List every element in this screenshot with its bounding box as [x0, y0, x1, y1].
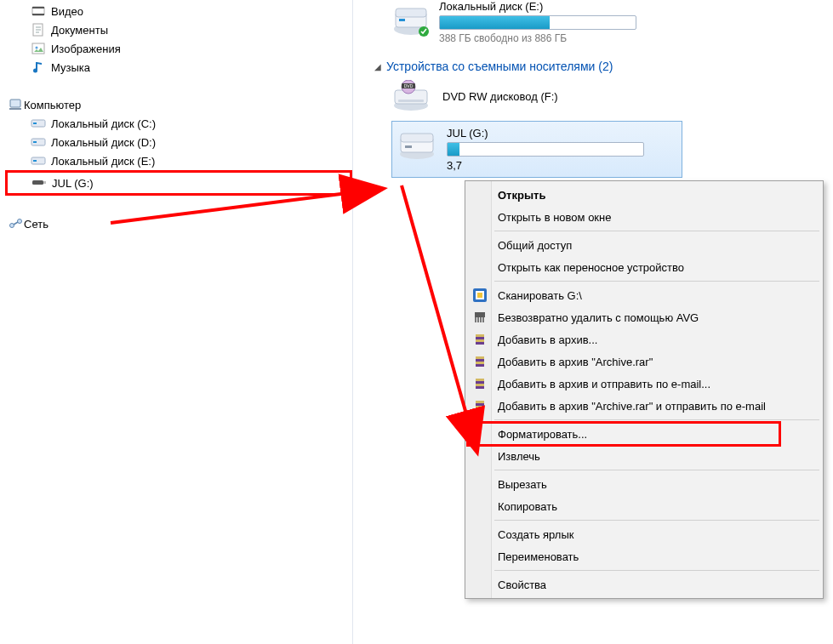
svg-rect-2 [32, 14, 44, 15]
nav-pane: ВидеоДокументыИзображенияМузыка Компьюте… [0, 0, 353, 644]
context-menu-item[interactable]: Переименовать [467, 545, 821, 567]
svg-rect-46 [476, 379, 484, 381]
context-menu-item[interactable]: Общий доступ [467, 234, 821, 256]
hdd-icon [31, 116, 46, 131]
context-menu-item[interactable]: Добавить в архив... [467, 328, 821, 350]
hdd-icon [391, 0, 431, 39]
svg-rect-14 [33, 160, 37, 162]
svg-rect-37 [477, 293, 482, 298]
svg-rect-44 [476, 362, 484, 364]
nav-drive-jul[interactable]: JUL (G:) [8, 174, 94, 192]
context-menu-item[interactable]: Форматировать... [467, 423, 821, 445]
context-menu-item[interactable]: Открыть [467, 184, 821, 206]
jul-drive-item[interactable]: JUL (G:) 3,7 [391, 121, 682, 178]
removable-drive-icon [397, 127, 436, 161]
nav-library-label: Видео [51, 5, 83, 18]
removable-devices-header[interactable]: ◢ Устройства со съемными носителями (2) [374, 60, 833, 73]
svg-rect-7 [10, 100, 20, 107]
context-menu-item[interactable]: Копировать [467, 495, 821, 517]
context-menu-label: Добавить в архив "Archive.rar" [498, 356, 653, 368]
nav-drive-label: Локальный диск (C:) [51, 117, 156, 130]
nav-network-label: Сеть [24, 218, 48, 231]
video-icon [31, 3, 46, 19]
svg-rect-4 [32, 43, 44, 54]
nav-drive-0[interactable]: Локальный диск (C:) [0, 114, 352, 133]
svg-rect-43 [476, 356, 484, 359]
context-menu-label: Переименовать [498, 550, 579, 563]
context-menu-item[interactable]: Открыть как переносное устройство [467, 256, 821, 278]
hdd-icon [31, 134, 46, 150]
svg-rect-10 [33, 123, 37, 124]
svg-rect-16 [43, 181, 46, 184]
svg-rect-33 [401, 134, 433, 142]
rar-icon [472, 354, 488, 369]
context-menu-label: Свойства [498, 578, 546, 591]
nav-library-label: Изображения [51, 43, 121, 55]
svg-rect-21 [396, 9, 426, 17]
dvd-drive-label: DVD RW дисковод (F:) [442, 90, 558, 103]
nav-drive-label: Локальный диск (D:) [51, 136, 156, 149]
context-menu-item[interactable]: Свойства [467, 573, 821, 596]
context-menu-label: Открыть в новом окне [498, 211, 611, 224]
jul-drive-sub: 3,7 [447, 159, 644, 172]
rar-icon [472, 398, 488, 413]
nav-drive-2[interactable]: Локальный диск (E:) [0, 151, 352, 170]
context-menu-label: Добавить в архив... [498, 333, 597, 346]
nav-library-image[interactable]: Изображения [0, 39, 352, 58]
context-menu-item[interactable]: Сканировать G:\ [467, 284, 821, 306]
nav-computer-label: Компьютер [24, 99, 81, 111]
context-menu-item[interactable]: Извлечь [467, 445, 821, 467]
context-menu: ОткрытьОткрыть в новом окнеОбщий доступО… [465, 180, 824, 599]
context-menu-item[interactable]: Добавить в архив и отправить по e-mail..… [467, 373, 821, 395]
drive-e-free-text: 388 ГБ свободно из 886 ГБ [439, 32, 636, 44]
hdd-icon [31, 153, 46, 168]
drive-e-item[interactable]: Локальный диск (E:) 388 ГБ свободно из 8… [391, 0, 833, 44]
nav-jul-highlight: JUL (G:) [5, 170, 352, 196]
svg-rect-41 [476, 339, 484, 342]
network-icon [9, 216, 24, 231]
context-menu-label: Копировать [498, 500, 557, 513]
context-menu-label: Общий доступ [498, 239, 572, 252]
usb-drive-icon [31, 175, 47, 191]
nav-library-doc[interactable]: Документы [0, 20, 352, 39]
svg-rect-47 [476, 384, 484, 386]
doc-icon [31, 22, 46, 37]
rar-icon [472, 332, 488, 347]
nav-library-music[interactable]: Музыка [0, 58, 352, 77]
svg-rect-34 [405, 145, 412, 148]
svg-rect-12 [33, 141, 37, 143]
context-menu-item[interactable]: Безвозвратно удалить с помощью AVG [467, 306, 821, 328]
nav-library-video[interactable]: Видео [0, 2, 352, 20]
dvd-drive-icon: DVD [391, 80, 431, 112]
context-menu-item[interactable]: Добавить в архив "Archive.rar" [467, 350, 821, 373]
computer-icon [9, 97, 24, 112]
context-menu-label: Безвозвратно удалить с помощью AVG [498, 311, 699, 324]
explorer-window: ВидеоДокументыИзображенияМузыка Компьюте… [0, 0, 833, 644]
context-menu-item[interactable]: Создать ярлык [467, 523, 821, 545]
context-menu-item[interactable]: Добавить в архив "Archive.rar" и отправи… [467, 395, 821, 417]
nav-network[interactable]: Сеть [0, 214, 352, 233]
svg-rect-15 [32, 180, 43, 185]
context-menu-label: Открыть как переносное устройство [498, 261, 684, 274]
context-menu-item[interactable]: Вырезать [467, 473, 821, 495]
nav-drive-1[interactable]: Локальный диск (D:) [0, 133, 352, 151]
svg-rect-38 [475, 312, 485, 317]
svg-point-17 [10, 224, 14, 228]
nav-computer[interactable]: Компьютер [0, 95, 352, 114]
context-menu-label: Создать ярлык [498, 528, 573, 541]
drive-e-title: Локальный диск (E:) [439, 0, 636, 13]
nav-drive-label: Локальный диск (E:) [51, 155, 155, 168]
svg-rect-40 [476, 334, 484, 337]
jul-drive-title: JUL (G:) [447, 127, 644, 140]
context-menu-label: Форматировать... [498, 428, 587, 441]
nav-library-label: Музыка [51, 61, 90, 74]
context-menu-label: Сканировать G:\ [498, 289, 582, 302]
svg-rect-1 [32, 7, 44, 9]
context-menu-label: Вырезать [498, 478, 547, 491]
shred-icon [472, 310, 488, 325]
svg-text:DVD: DVD [404, 83, 414, 88]
context-menu-item[interactable]: Открыть в новом окне [467, 206, 821, 228]
svg-rect-8 [9, 108, 21, 110]
dvd-drive-item[interactable]: DVD DVD RW дисковод (F:) [391, 80, 833, 112]
image-icon [31, 41, 46, 56]
